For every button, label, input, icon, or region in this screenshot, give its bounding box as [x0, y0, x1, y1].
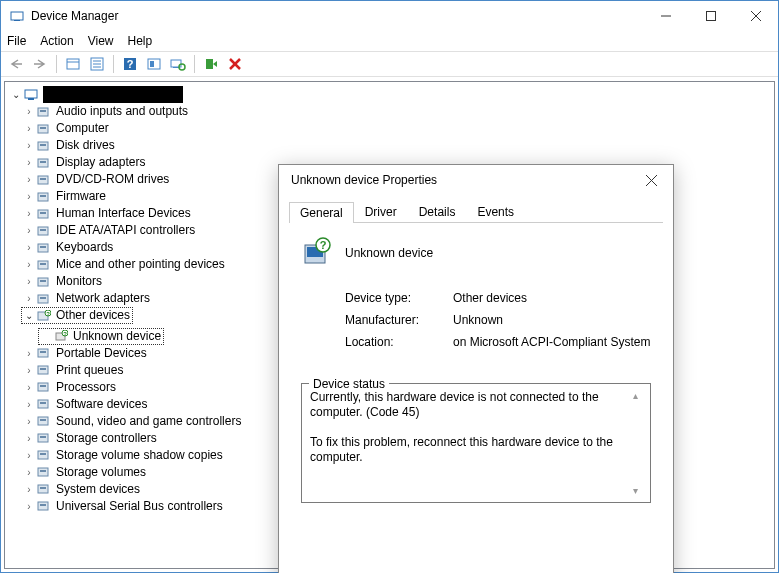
svg-rect-29 — [40, 144, 46, 146]
maximize-button[interactable] — [688, 1, 733, 31]
tree-item-label: Print queues — [56, 362, 123, 379]
minimize-button[interactable] — [643, 1, 688, 31]
svg-rect-6 — [67, 59, 79, 69]
svg-rect-47 — [40, 297, 46, 299]
svg-text:?: ? — [127, 58, 134, 70]
help-icon[interactable]: ? — [119, 53, 141, 75]
properties-icon[interactable] — [86, 53, 108, 75]
tree-item[interactable]: ›Computer — [22, 120, 774, 137]
dialog-body: General Driver Details Events ? Unknown … — [279, 195, 673, 573]
device-category-icon — [36, 138, 52, 154]
titlebar: Device Manager — [1, 1, 778, 31]
chevron-right-icon[interactable]: › — [22, 103, 36, 120]
uninstall-device-icon[interactable] — [224, 53, 246, 75]
chevron-down-icon[interactable]: ⌄ — [9, 86, 23, 103]
device-category-icon — [36, 274, 52, 290]
chevron-right-icon[interactable]: › — [22, 290, 36, 307]
chevron-right-icon[interactable]: › — [22, 345, 36, 362]
tree-item-unknown-device[interactable]: ?Unknown device — [38, 328, 164, 345]
chevron-right-icon[interactable]: › — [22, 362, 36, 379]
scroll-up-icon[interactable]: ▴ — [633, 390, 638, 401]
tree-item[interactable]: ›Disk drives — [22, 137, 774, 154]
chevron-right-icon[interactable]: › — [22, 379, 36, 396]
tree-item-label: Universal Serial Bus controllers — [56, 498, 223, 515]
chevron-right-icon[interactable]: › — [22, 256, 36, 273]
device-category-icon — [36, 498, 52, 514]
device-category-icon — [36, 155, 52, 171]
menu-file[interactable]: File — [7, 34, 26, 48]
tree-item-label: Monitors — [56, 273, 102, 290]
device-status-group: Device status Currently, this hardware d… — [301, 369, 651, 503]
device-name: Unknown device — [345, 246, 433, 260]
tab-driver[interactable]: Driver — [354, 201, 408, 222]
tree-item-label: Human Interface Devices — [56, 205, 191, 222]
svg-rect-23 — [28, 98, 34, 100]
tab-panel-general: ? Unknown device Device type: Other devi… — [289, 223, 663, 573]
app-icon — [9, 8, 25, 24]
chevron-right-icon[interactable]: › — [22, 120, 36, 137]
menubar: File Action View Help — [1, 31, 778, 51]
svg-rect-59 — [40, 385, 46, 387]
close-button[interactable] — [733, 1, 778, 31]
chevron-right-icon[interactable]: › — [22, 464, 36, 481]
tree-item-label: Unknown device — [73, 328, 161, 345]
tab-details[interactable]: Details — [408, 201, 467, 222]
tab-events[interactable]: Events — [466, 201, 525, 222]
svg-rect-33 — [40, 178, 46, 180]
back-button[interactable] — [5, 53, 27, 75]
tree-item-label: Sound, video and game controllers — [56, 413, 241, 430]
chevron-down-icon[interactable]: ⌄ — [22, 307, 36, 324]
svg-rect-45 — [40, 280, 46, 282]
toolbar: ? — [1, 51, 778, 77]
device-category-icon — [36, 464, 52, 480]
tab-general[interactable]: General — [289, 202, 354, 223]
tree-item[interactable]: ›Audio inputs and outputs — [22, 103, 774, 120]
tree-item-label: DVD/CD-ROM drives — [56, 171, 169, 188]
chevron-right-icon[interactable]: › — [22, 205, 36, 222]
scan-hardware-icon[interactable] — [167, 53, 189, 75]
enable-device-icon[interactable] — [200, 53, 222, 75]
forward-button[interactable] — [29, 53, 51, 75]
svg-rect-63 — [40, 419, 46, 421]
tree-item-label: Network adapters — [56, 290, 150, 307]
dialog-close-button[interactable] — [637, 169, 665, 191]
show-hide-icon[interactable] — [62, 53, 84, 75]
chevron-right-icon[interactable]: › — [22, 222, 36, 239]
chevron-right-icon[interactable]: › — [22, 273, 36, 290]
status-scrollbar[interactable]: ▴▾ — [628, 390, 642, 496]
chevron-right-icon[interactable]: › — [22, 239, 36, 256]
device-manager-window: Device Manager File Action View Help ? ⌄ — [0, 0, 779, 573]
device-header: ? Unknown device — [301, 237, 651, 269]
menu-action[interactable]: Action — [40, 34, 73, 48]
unknown-device-icon: ? — [53, 328, 69, 344]
svg-rect-71 — [40, 487, 46, 489]
action-icon[interactable] — [143, 53, 165, 75]
scroll-down-icon[interactable]: ▾ — [633, 485, 638, 496]
chevron-right-icon[interactable]: › — [22, 498, 36, 515]
chevron-right-icon[interactable]: › — [22, 447, 36, 464]
chevron-right-icon[interactable]: › — [22, 430, 36, 447]
device-category-icon — [36, 481, 52, 497]
tree-item-label: Storage volumes — [56, 464, 146, 481]
chevron-right-icon[interactable]: › — [22, 396, 36, 413]
svg-rect-19 — [206, 59, 213, 69]
menu-view[interactable]: View — [88, 34, 114, 48]
svg-rect-22 — [25, 90, 37, 98]
content-area: ⌄ ████████████████ ›Audio inputs and out… — [1, 77, 778, 572]
device-category-icon — [36, 172, 52, 188]
chevron-right-icon[interactable]: › — [22, 171, 36, 188]
tree-root[interactable]: ⌄ ████████████████ — [5, 86, 774, 103]
device-properties-dialog: Unknown device Properties General Driver… — [278, 164, 674, 573]
device-category-icon — [36, 240, 52, 256]
chevron-right-icon[interactable]: › — [22, 188, 36, 205]
device-category-icon — [36, 206, 52, 222]
chevron-right-icon[interactable]: › — [22, 481, 36, 498]
info-row-manufacturer: Manufacturer: Unknown — [345, 313, 651, 327]
tree-item-label: Storage controllers — [56, 430, 157, 447]
chevron-right-icon[interactable]: › — [22, 154, 36, 171]
chevron-right-icon[interactable]: › — [22, 413, 36, 430]
device-status-text[interactable]: Currently, this hardware device is not c… — [310, 390, 628, 496]
chevron-right-icon[interactable]: › — [22, 137, 36, 154]
tree-item-other-devices[interactable]: ⌄?Other devices — [21, 307, 133, 324]
menu-help[interactable]: Help — [128, 34, 153, 48]
